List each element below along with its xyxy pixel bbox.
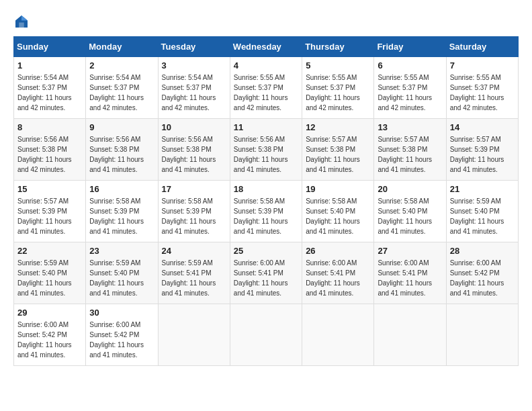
- calendar-header-row: Sunday Monday Tuesday Wednesday Thursday…: [14, 37, 519, 57]
- calendar-cell: 28Sunrise: 6:00 AMSunset: 5:42 PMDayligh…: [446, 242, 518, 304]
- day-number: 7: [450, 60, 515, 71]
- day-info: Sunrise: 5:58 AMSunset: 5:39 PMDaylight:…: [89, 196, 154, 236]
- calendar-cell: 10Sunrise: 5:56 AMSunset: 5:38 PMDayligh…: [158, 119, 230, 181]
- calendar-cell: 19Sunrise: 5:58 AMSunset: 5:40 PMDayligh…: [302, 181, 374, 242]
- day-number: 30: [89, 308, 154, 318]
- calendar-cell: 23Sunrise: 5:59 AMSunset: 5:40 PMDayligh…: [86, 242, 158, 304]
- calendar-cell: [302, 304, 374, 366]
- calendar-week-2: 8Sunrise: 5:56 AMSunset: 5:38 PMDaylight…: [14, 119, 519, 181]
- day-info: Sunrise: 5:59 AMSunset: 5:41 PMDaylight:…: [162, 258, 226, 298]
- day-info: Sunrise: 6:00 AMSunset: 5:41 PMDaylight:…: [306, 258, 370, 298]
- day-info: Sunrise: 5:58 AMSunset: 5:40 PMDaylight:…: [306, 196, 370, 236]
- calendar-cell: [374, 304, 446, 366]
- calendar-cell: 3Sunrise: 5:54 AMSunset: 5:37 PMDaylight…: [158, 57, 230, 119]
- day-number: 23: [89, 246, 154, 256]
- calendar-cell: 26Sunrise: 6:00 AMSunset: 5:41 PMDayligh…: [302, 242, 374, 304]
- col-monday: Monday: [86, 37, 158, 57]
- day-number: 4: [234, 60, 298, 71]
- calendar-cell: 15Sunrise: 5:57 AMSunset: 5:39 PMDayligh…: [14, 181, 86, 242]
- day-number: 26: [306, 246, 370, 256]
- day-info: Sunrise: 5:57 AMSunset: 5:39 PMDaylight:…: [17, 196, 82, 236]
- day-number: 5: [306, 60, 370, 71]
- day-number: 1: [17, 60, 82, 71]
- calendar-cell: 8Sunrise: 5:56 AMSunset: 5:38 PMDaylight…: [14, 119, 86, 181]
- day-info: Sunrise: 5:55 AMSunset: 5:37 PMDaylight:…: [378, 73, 442, 113]
- day-number: 6: [378, 60, 442, 71]
- day-info: Sunrise: 6:00 AMSunset: 5:42 PMDaylight:…: [450, 258, 515, 298]
- day-info: Sunrise: 5:59 AMSunset: 5:40 PMDaylight:…: [450, 196, 515, 236]
- day-info: Sunrise: 6:00 AMSunset: 5:42 PMDaylight:…: [89, 320, 154, 360]
- calendar-cell: 13Sunrise: 5:57 AMSunset: 5:38 PMDayligh…: [374, 119, 446, 181]
- day-info: Sunrise: 5:55 AMSunset: 5:37 PMDaylight:…: [306, 73, 370, 113]
- day-number: 22: [17, 246, 82, 256]
- calendar-cell: 27Sunrise: 6:00 AMSunset: 5:41 PMDayligh…: [374, 242, 446, 304]
- calendar-cell: 12Sunrise: 5:57 AMSunset: 5:38 PMDayligh…: [302, 119, 374, 181]
- day-number: 12: [306, 122, 370, 132]
- day-number: 2: [89, 60, 154, 71]
- day-info: Sunrise: 5:58 AMSunset: 5:39 PMDaylight:…: [234, 196, 298, 236]
- day-info: Sunrise: 5:55 AMSunset: 5:37 PMDaylight:…: [450, 73, 515, 113]
- calendar-cell: 22Sunrise: 5:59 AMSunset: 5:40 PMDayligh…: [14, 242, 86, 304]
- calendar-cell: 25Sunrise: 6:00 AMSunset: 5:41 PMDayligh…: [230, 242, 302, 304]
- day-info: Sunrise: 5:56 AMSunset: 5:38 PMDaylight:…: [89, 134, 154, 175]
- calendar-cell: 6Sunrise: 5:55 AMSunset: 5:37 PMDaylight…: [374, 57, 446, 119]
- day-number: 29: [17, 308, 82, 318]
- day-number: 21: [450, 184, 515, 194]
- calendar-cell: [158, 304, 230, 366]
- calendar-cell: 1Sunrise: 5:54 AMSunset: 5:37 PMDaylight…: [14, 57, 86, 119]
- svg-rect-2: [19, 23, 24, 28]
- day-info: Sunrise: 5:54 AMSunset: 5:37 PMDaylight:…: [89, 73, 154, 113]
- svg-marker-1: [21, 15, 28, 21]
- calendar-week-3: 15Sunrise: 5:57 AMSunset: 5:39 PMDayligh…: [14, 181, 519, 242]
- calendar-cell: [230, 304, 302, 366]
- calendar-body: 1Sunrise: 5:54 AMSunset: 5:37 PMDaylight…: [14, 57, 519, 366]
- day-info: Sunrise: 5:59 AMSunset: 5:40 PMDaylight:…: [89, 258, 154, 298]
- calendar-week-5: 29Sunrise: 6:00 AMSunset: 5:42 PMDayligh…: [14, 304, 519, 366]
- calendar-cell: [446, 304, 518, 366]
- page-header: [13, 13, 519, 30]
- day-info: Sunrise: 5:57 AMSunset: 5:39 PMDaylight:…: [450, 134, 515, 175]
- day-info: Sunrise: 5:56 AMSunset: 5:38 PMDaylight:…: [17, 134, 82, 175]
- day-number: 9: [89, 122, 154, 132]
- col-thursday: Thursday: [302, 37, 374, 57]
- day-number: 20: [378, 184, 442, 194]
- calendar-cell: 17Sunrise: 5:58 AMSunset: 5:39 PMDayligh…: [158, 181, 230, 242]
- calendar-cell: 5Sunrise: 5:55 AMSunset: 5:37 PMDaylight…: [302, 57, 374, 119]
- calendar-cell: 21Sunrise: 5:59 AMSunset: 5:40 PMDayligh…: [446, 181, 518, 242]
- day-number: 17: [162, 184, 226, 194]
- day-info: Sunrise: 5:57 AMSunset: 5:38 PMDaylight:…: [306, 134, 370, 175]
- day-number: 15: [17, 184, 82, 194]
- day-number: 13: [378, 122, 442, 132]
- day-info: Sunrise: 6:00 AMSunset: 5:42 PMDaylight:…: [17, 320, 82, 360]
- calendar-cell: 30Sunrise: 6:00 AMSunset: 5:42 PMDayligh…: [86, 304, 158, 366]
- day-number: 25: [234, 246, 298, 256]
- day-info: Sunrise: 5:55 AMSunset: 5:37 PMDaylight:…: [234, 73, 298, 113]
- calendar-cell: 18Sunrise: 5:58 AMSunset: 5:39 PMDayligh…: [230, 181, 302, 242]
- calendar-cell: 9Sunrise: 5:56 AMSunset: 5:38 PMDaylight…: [86, 119, 158, 181]
- day-number: 27: [378, 246, 442, 256]
- day-number: 24: [162, 246, 226, 256]
- day-number: 11: [234, 122, 298, 132]
- day-number: 19: [306, 184, 370, 194]
- day-info: Sunrise: 5:58 AMSunset: 5:39 PMDaylight:…: [162, 196, 226, 236]
- day-info: Sunrise: 5:54 AMSunset: 5:37 PMDaylight:…: [162, 73, 226, 113]
- day-info: Sunrise: 5:59 AMSunset: 5:40 PMDaylight:…: [17, 258, 82, 298]
- logo: [13, 13, 32, 30]
- day-number: 14: [450, 122, 515, 132]
- day-info: Sunrise: 5:56 AMSunset: 5:38 PMDaylight:…: [234, 134, 298, 175]
- day-number: 16: [89, 184, 154, 194]
- calendar-table: Sunday Monday Tuesday Wednesday Thursday…: [13, 36, 519, 366]
- calendar-week-4: 22Sunrise: 5:59 AMSunset: 5:40 PMDayligh…: [14, 242, 519, 304]
- calendar-cell: 24Sunrise: 5:59 AMSunset: 5:41 PMDayligh…: [158, 242, 230, 304]
- calendar-cell: 11Sunrise: 5:56 AMSunset: 5:38 PMDayligh…: [230, 119, 302, 181]
- calendar-cell: 4Sunrise: 5:55 AMSunset: 5:37 PMDaylight…: [230, 57, 302, 119]
- day-number: 18: [234, 184, 298, 194]
- day-info: Sunrise: 6:00 AMSunset: 5:41 PMDaylight:…: [378, 258, 442, 298]
- day-info: Sunrise: 5:57 AMSunset: 5:38 PMDaylight:…: [378, 134, 442, 175]
- col-friday: Friday: [374, 37, 446, 57]
- day-number: 3: [162, 60, 226, 71]
- day-number: 10: [162, 122, 226, 132]
- col-wednesday: Wednesday: [230, 37, 302, 57]
- day-info: Sunrise: 6:00 AMSunset: 5:41 PMDaylight:…: [234, 258, 298, 298]
- day-info: Sunrise: 5:54 AMSunset: 5:37 PMDaylight:…: [17, 73, 82, 113]
